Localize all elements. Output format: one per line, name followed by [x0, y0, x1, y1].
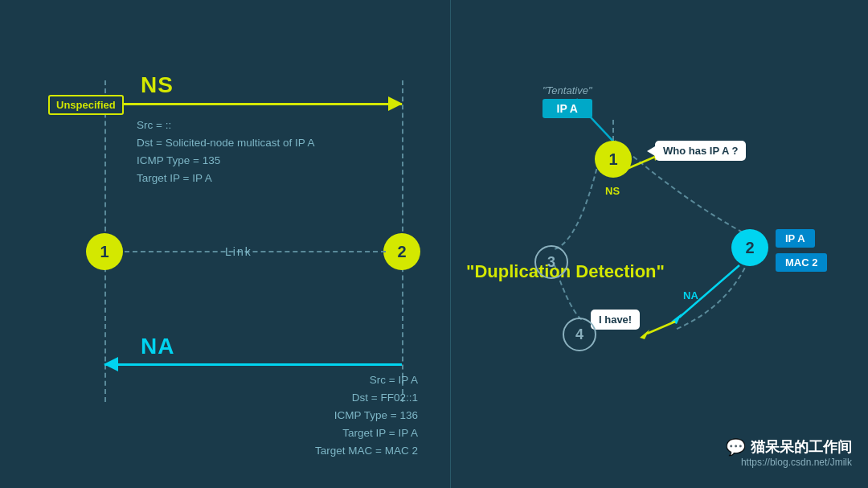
ip-a-badge-top: IP A	[542, 99, 592, 118]
left-panel: NS Unspecified Src = :: Dst = Solicited-…	[0, 0, 450, 488]
ns-dst: Dst = Solicited-node multicast of IP A	[137, 134, 314, 152]
rp-node-2: 2	[731, 229, 768, 266]
right-panel: "Tentative" IP A 1 Who has IP A ? NS "Du…	[458, 0, 868, 488]
who-has-bubble: Who has IP A ?	[655, 141, 746, 161]
na-small-label: NA	[683, 289, 698, 301]
unspecified-badge: Unspecified	[48, 95, 124, 115]
tentative-node: "Tentative" IP A	[542, 84, 592, 118]
ns-arrow	[104, 103, 402, 105]
na-label: NA	[141, 334, 174, 359]
rp-node-1: 1	[595, 141, 632, 178]
na-arrow	[104, 363, 402, 366]
i-have-bubble: I have!	[591, 310, 640, 330]
wechat-icon: 💬	[726, 437, 746, 457]
panel-divider	[450, 0, 451, 488]
ns-small-label: NS	[605, 185, 620, 197]
node-2-left: 2	[383, 233, 420, 270]
ip-a-badge-right: IP A	[776, 229, 815, 248]
wechat-title: 💬 猫呆呆的工作间	[726, 437, 852, 457]
wechat-url: https://blog.csdn.net/Jmilk	[741, 457, 852, 468]
mac2-badge: MAC 2	[776, 253, 827, 272]
na-icmp-type: ICMP Type = 136	[137, 407, 418, 424]
node-1-left: 1	[86, 233, 123, 270]
tentative-label: "Tentative"	[542, 84, 592, 96]
na-target-mac: Target MAC = MAC 2	[137, 442, 418, 460]
ns-icmp-type: ICMP Type = 135	[137, 152, 314, 170]
ns-label: NS	[141, 72, 174, 98]
ns-details: Src = :: Dst = Solicited-node multicast …	[137, 117, 314, 187]
na-details: Src = IP A Dst = FF02::1 ICMP Type = 136…	[137, 371, 418, 460]
ns-target-ip: Target IP = IP A	[137, 170, 314, 187]
link-label: Link	[225, 245, 252, 258]
na-target-ip: Target IP = IP A	[137, 424, 418, 442]
ns-src: Src = ::	[137, 117, 314, 134]
svg-marker-7	[640, 330, 649, 339]
rp-node-3: 3	[534, 245, 568, 279]
na-src: Src = IP A	[137, 371, 418, 389]
na-dst: Dst = FF02::1	[137, 389, 418, 407]
rp-node-4: 4	[563, 318, 596, 351]
link-line	[125, 251, 386, 252]
svg-line-6	[647, 322, 675, 334]
watermark: 💬 猫呆呆的工作间 https://blog.csdn.net/Jmilk	[726, 437, 852, 468]
